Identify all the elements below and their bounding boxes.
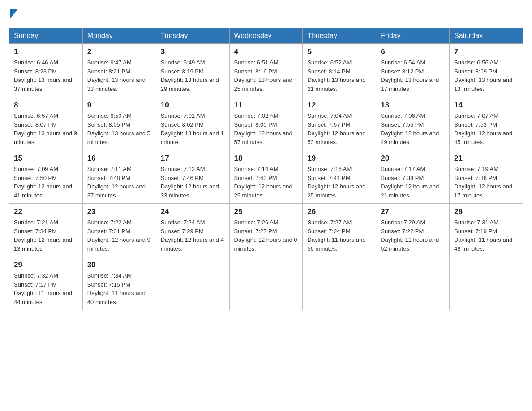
calendar-cell: 30 Sunrise: 7:34 AM Sunset: 7:15 PM Dayl… [82,257,156,310]
calendar-cell: 5 Sunrise: 6:52 AM Sunset: 8:14 PM Dayli… [303,44,376,97]
calendar-cell: 21 Sunrise: 7:19 AM Sunset: 7:36 PM Dayl… [450,150,523,204]
calendar-week-row: 15 Sunrise: 7:09 AM Sunset: 7:50 PM Dayl… [9,150,523,204]
calendar-cell: 12 Sunrise: 7:04 AM Sunset: 7:57 PM Dayl… [303,97,376,150]
day-info: Sunrise: 6:51 AM Sunset: 8:16 PM Dayligh… [234,58,298,93]
day-info: Sunrise: 7:04 AM Sunset: 7:57 PM Dayligh… [307,111,371,146]
calendar-cell: 4 Sunrise: 6:51 AM Sunset: 8:16 PM Dayli… [229,44,303,97]
calendar-table: SundayMondayTuesdayWednesdayThursdayFrid… [9,28,523,310]
calendar-cell: 26 Sunrise: 7:27 AM Sunset: 7:24 PM Dayl… [303,204,376,257]
day-number: 7 [454,47,518,56]
calendar-week-row: 29 Sunrise: 7:32 AM Sunset: 7:17 PM Dayl… [9,257,523,310]
calendar-cell [156,257,229,310]
calendar-cell: 11 Sunrise: 7:02 AM Sunset: 8:00 PM Dayl… [229,97,303,150]
day-info: Sunrise: 6:47 AM Sunset: 8:21 PM Dayligh… [87,58,151,93]
weekday-header-friday: Friday [376,28,450,44]
day-info: Sunrise: 7:02 AM Sunset: 8:00 PM Dayligh… [234,111,298,146]
day-number: 9 [87,101,151,110]
day-number: 29 [14,261,78,270]
calendar-cell [376,257,450,310]
day-number: 27 [381,207,445,216]
day-number: 19 [307,154,371,163]
weekday-header-sunday: Sunday [9,28,83,44]
day-number: 17 [161,154,225,163]
calendar-cell: 9 Sunrise: 6:59 AM Sunset: 8:05 PM Dayli… [82,97,156,150]
logo-triangle-icon [10,9,18,19]
calendar-cell: 27 Sunrise: 7:29 AM Sunset: 7:22 PM Dayl… [376,204,450,257]
day-number: 11 [234,101,298,110]
day-info: Sunrise: 7:29 AM Sunset: 7:22 PM Dayligh… [381,218,445,253]
calendar-header-row: SundayMondayTuesdayWednesdayThursdayFrid… [9,28,523,44]
day-number: 21 [454,154,518,163]
day-number: 3 [161,47,225,56]
day-number: 22 [14,207,78,216]
svg-marker-0 [10,9,18,19]
day-number: 5 [307,47,371,56]
day-info: Sunrise: 7:34 AM Sunset: 7:15 PM Dayligh… [87,271,151,306]
day-number: 4 [234,47,298,56]
calendar-week-row: 8 Sunrise: 6:57 AM Sunset: 8:07 PM Dayli… [9,97,523,150]
day-number: 14 [454,101,518,110]
calendar-cell: 22 Sunrise: 7:21 AM Sunset: 7:34 PM Dayl… [9,204,83,257]
calendar-cell [229,257,303,310]
calendar-cell: 17 Sunrise: 7:12 AM Sunset: 7:46 PM Dayl… [156,150,229,204]
weekday-header-saturday: Saturday [450,28,523,44]
calendar-cell: 16 Sunrise: 7:11 AM Sunset: 7:48 PM Dayl… [82,150,156,204]
day-info: Sunrise: 6:49 AM Sunset: 8:19 PM Dayligh… [161,58,225,93]
day-info: Sunrise: 6:57 AM Sunset: 8:07 PM Dayligh… [14,111,78,146]
day-number: 10 [161,101,225,110]
day-number: 28 [454,207,518,216]
day-number: 18 [234,154,298,163]
calendar-cell: 6 Sunrise: 6:54 AM Sunset: 8:12 PM Dayli… [376,44,450,97]
calendar-cell: 14 Sunrise: 7:07 AM Sunset: 7:53 PM Dayl… [450,97,523,150]
day-number: 30 [87,261,151,270]
day-info: Sunrise: 7:07 AM Sunset: 7:53 PM Dayligh… [454,111,518,146]
calendar-cell: 7 Sunrise: 6:56 AM Sunset: 8:09 PM Dayli… [450,44,523,97]
day-info: Sunrise: 7:27 AM Sunset: 7:24 PM Dayligh… [307,218,371,253]
day-info: Sunrise: 7:26 AM Sunset: 7:27 PM Dayligh… [234,218,298,253]
day-info: Sunrise: 7:06 AM Sunset: 7:55 PM Dayligh… [381,111,445,146]
calendar-cell: 29 Sunrise: 7:32 AM Sunset: 7:17 PM Dayl… [9,257,83,310]
weekday-header-monday: Monday [82,28,156,44]
day-info: Sunrise: 7:21 AM Sunset: 7:34 PM Dayligh… [14,218,78,253]
day-info: Sunrise: 7:14 AM Sunset: 7:43 PM Dayligh… [234,165,298,200]
day-info: Sunrise: 7:17 AM Sunset: 7:38 PM Dayligh… [381,165,445,200]
calendar-cell: 24 Sunrise: 7:24 AM Sunset: 7:29 PM Dayl… [156,204,229,257]
calendar-cell: 8 Sunrise: 6:57 AM Sunset: 8:07 PM Dayli… [9,97,83,150]
day-info: Sunrise: 7:09 AM Sunset: 7:50 PM Dayligh… [14,165,78,200]
day-info: Sunrise: 7:16 AM Sunset: 7:41 PM Dayligh… [307,165,371,200]
calendar-cell: 2 Sunrise: 6:47 AM Sunset: 8:21 PM Dayli… [82,44,156,97]
calendar-cell: 23 Sunrise: 7:22 AM Sunset: 7:31 PM Dayl… [82,204,156,257]
day-info: Sunrise: 7:19 AM Sunset: 7:36 PM Dayligh… [454,165,518,200]
day-number: 25 [234,207,298,216]
calendar-cell: 10 Sunrise: 7:01 AM Sunset: 8:02 PM Dayl… [156,97,229,150]
day-number: 15 [14,154,78,163]
day-info: Sunrise: 7:11 AM Sunset: 7:48 PM Dayligh… [87,165,151,200]
day-info: Sunrise: 6:56 AM Sunset: 8:09 PM Dayligh… [454,58,518,93]
calendar-cell: 25 Sunrise: 7:26 AM Sunset: 7:27 PM Dayl… [229,204,303,257]
day-info: Sunrise: 7:22 AM Sunset: 7:31 PM Dayligh… [87,218,151,253]
weekday-header-tuesday: Tuesday [156,28,229,44]
day-info: Sunrise: 7:12 AM Sunset: 7:46 PM Dayligh… [161,165,225,200]
calendar-cell: 28 Sunrise: 7:31 AM Sunset: 7:19 PM Dayl… [450,204,523,257]
weekday-header-thursday: Thursday [303,28,376,44]
calendar-cell: 18 Sunrise: 7:14 AM Sunset: 7:43 PM Dayl… [229,150,303,204]
day-info: Sunrise: 6:54 AM Sunset: 8:12 PM Dayligh… [381,58,445,93]
day-number: 24 [161,207,225,216]
weekday-header-wednesday: Wednesday [229,28,303,44]
day-info: Sunrise: 7:32 AM Sunset: 7:17 PM Dayligh… [14,271,78,306]
day-number: 23 [87,207,151,216]
day-info: Sunrise: 7:01 AM Sunset: 8:02 PM Dayligh… [161,111,225,146]
day-number: 26 [307,207,371,216]
calendar-cell: 15 Sunrise: 7:09 AM Sunset: 7:50 PM Dayl… [9,150,83,204]
day-number: 2 [87,47,151,56]
day-number: 16 [87,154,151,163]
day-info: Sunrise: 6:52 AM Sunset: 8:14 PM Dayligh… [307,58,371,93]
calendar-cell: 13 Sunrise: 7:06 AM Sunset: 7:55 PM Dayl… [376,97,450,150]
page-header [9,9,523,19]
calendar-week-row: 1 Sunrise: 6:46 AM Sunset: 8:23 PM Dayli… [9,44,523,97]
calendar-week-row: 22 Sunrise: 7:21 AM Sunset: 7:34 PM Dayl… [9,204,523,257]
day-info: Sunrise: 6:59 AM Sunset: 8:05 PM Dayligh… [87,111,151,146]
calendar-cell: 19 Sunrise: 7:16 AM Sunset: 7:41 PM Dayl… [303,150,376,204]
day-number: 13 [381,101,445,110]
day-number: 1 [14,47,78,56]
